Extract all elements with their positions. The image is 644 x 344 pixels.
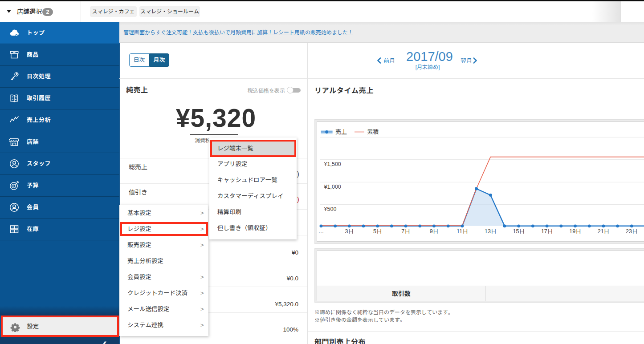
svg-text:19日: 19日 — [569, 228, 581, 235]
svg-text:9日: 9日 — [430, 228, 438, 235]
svg-text:累積: 累積 — [367, 129, 379, 135]
svg-text:3日: 3日 — [345, 228, 354, 235]
svg-text:¥1,000: ¥1,000 — [324, 184, 341, 190]
svg-text:…: … — [318, 228, 324, 235]
svg-text:7日: 7日 — [401, 228, 410, 235]
svg-text:15日: 15日 — [513, 228, 524, 235]
svg-text:21日: 21日 — [598, 228, 609, 235]
svg-text:23日: 23日 — [626, 228, 637, 235]
svg-text:売上: 売上 — [335, 129, 347, 135]
svg-text:13日: 13日 — [485, 228, 496, 235]
svg-text:11日: 11日 — [457, 228, 468, 235]
svg-text:¥500: ¥500 — [324, 206, 337, 212]
svg-text:17日: 17日 — [541, 228, 553, 235]
svg-text:5日: 5日 — [373, 228, 382, 235]
svg-text:¥1,500: ¥1,500 — [324, 161, 341, 167]
